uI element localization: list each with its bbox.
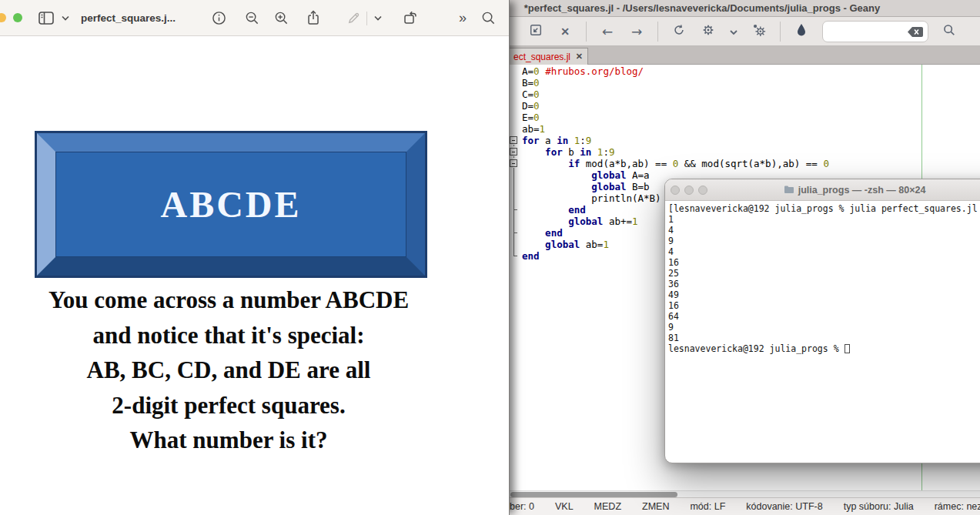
status-item: ZMEN [642,501,669,512]
puzzle-text-line: and notice that it's special: [0,318,457,353]
code-line: ab=1 [506,123,980,135]
reload-circular-arrows-icon [672,23,686,40]
info-icon [212,11,226,25]
puzzle-box-label: ABCDE [160,183,301,226]
zoom-out-icon [245,11,259,25]
status-item: mód: LF [690,501,725,512]
clear-backspace-icon[interactable] [907,26,924,41]
geany-window-title: *perfect_squares.jl - /Users/lesnaveveri… [506,0,898,17]
sidebar-icon [38,12,54,25]
terminal-line: 9 [668,322,980,333]
tab-perfect-squares[interactable]: ect_squares.jl ✕ [508,48,588,65]
save-icon [529,23,543,40]
rotate-icon [403,10,418,25]
puzzle-text-line: 2-digit perfect squares. [0,388,457,423]
terminal-line: 9 [668,236,980,246]
puzzle-text-line: What number is it? [0,423,457,458]
zoom-out-button[interactable] [242,8,261,27]
horizontal-scrollbar[interactable] [506,490,980,497]
fold-marker [508,169,520,181]
geany-titlebar[interactable]: *perfect_squares.jl - /Users/lesnaveveri… [506,0,980,17]
search-input[interactable] [828,22,905,41]
window-zoom-button[interactable] [13,13,22,22]
preview-toolbar: perfect_squares.j... [0,0,509,36]
search-button[interactable] [941,23,958,40]
fold-marker[interactable] [508,146,520,158]
build-button[interactable] [700,23,717,40]
terminal-prompt: lesnavevericka@192 julia_progs % [668,343,980,354]
code-line: C=0 [506,89,980,100]
code-line: D=0 [506,100,980,112]
toolbar-separator [780,22,781,42]
status-item: rámec: neznáme [935,501,980,512]
forward-arrow-icon: → [631,24,642,39]
terminal-line: [lesnavevericka@192 julia_progs % julia … [668,203,980,214]
info-button[interactable] [209,8,228,27]
fold-marker [508,65,520,77]
terminal-line: 36 [668,279,980,289]
tab-label: ect_squares.jl [513,52,570,62]
sidebar-toggle-button[interactable] [37,8,55,27]
double-chevron-icon: » [459,10,467,26]
markup-button[interactable] [344,8,363,27]
terminal-cursor [845,344,850,353]
toolbar-overflow-button[interactable]: » [453,8,472,27]
run-button[interactable] [751,23,768,40]
toolbar-separator [366,12,367,25]
terminal-line: 4 [668,246,980,257]
fold-marker [508,100,520,112]
markup-menu-chevron[interactable] [373,8,383,27]
color-chooser-button[interactable] [793,23,810,40]
search-icon [942,23,956,40]
build-menu-button[interactable] [729,23,738,40]
terminal-body[interactable]: [lesnavevericka@192 julia_progs % julia … [665,201,980,463]
fold-marker[interactable] [508,135,520,146]
sidebar-menu-chevron[interactable] [60,8,71,27]
zoom-in-button[interactable] [272,8,290,27]
geany-tabbar: ect_squares.jl ✕ [506,46,980,65]
preview-window: perfect_squares.j... [0,0,510,515]
status-item: typ súboru: Julia [844,501,914,512]
preview-search-button[interactable] [479,8,497,27]
status-item: VKL [555,501,574,512]
navigate-forward-button[interactable]: → [628,23,645,40]
close-document-button[interactable]: ✕ [557,23,574,40]
code-line: for a in 1:9 [506,135,980,146]
code-line: B=0 [506,77,980,89]
chevron-down-icon [374,15,382,21]
fold-marker[interactable] [508,158,520,169]
fold-marker [508,239,520,250]
save-button[interactable] [527,23,544,40]
fold-marker [508,123,520,135]
execute-gears-icon [752,23,766,40]
share-icon [306,10,320,25]
status-item: ber: 0 [510,501,534,512]
compile-button[interactable] [671,23,687,40]
code-line: A=0 #hrubos.org/blog/ [506,65,980,77]
rotate-button[interactable] [401,8,420,27]
share-button[interactable] [304,8,323,27]
chevron-down-icon [62,15,69,21]
window-minimize-button[interactable] [0,13,6,22]
search-icon [481,11,496,25]
puzzle-image-box: ABCDE [37,133,425,276]
terminal-window-title: julia_progs — -zsh — 80×24 [798,185,926,196]
puzzle-text: You come across a number ABCDEand notice… [0,283,457,458]
zoom-in-icon [274,11,289,25]
tab-close-icon[interactable]: ✕ [576,52,583,62]
fold-marker [508,204,520,216]
terminal-titlebar[interactable]: julia_progs — -zsh — 80×24 [665,179,980,201]
scrollbar-thumb[interactable] [510,492,677,497]
droplet-icon [795,23,808,40]
folder-icon [784,183,794,197]
puzzle-text-line: AB, BC, CD, and DE are all [0,353,457,388]
toolbar-separator [586,22,587,42]
fold-marker [508,181,520,192]
preview-window-title: perfect_squares.j... [81,0,176,36]
code-line: for b in 1:9 [506,146,980,158]
terminal-line: 25 [668,268,980,279]
navigate-back-button[interactable]: ← [599,23,616,40]
fold-marker [508,112,520,123]
status-item: kódovanie: UTF-8 [746,501,822,512]
fold-marker [508,77,520,89]
